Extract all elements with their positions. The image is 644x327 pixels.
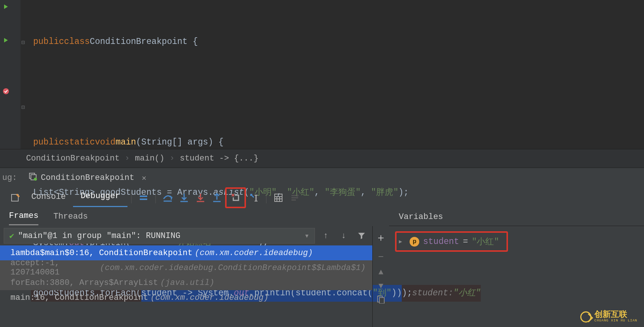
variables-side-icons: ＋ － ▲ ▼ [373,226,389,327]
check-icon: ✔ [9,231,14,241]
breadcrumb-item[interactable]: main() [135,154,164,163]
code-kw: public [33,134,64,151]
chevron-down-icon: ▾ [304,231,309,241]
toggle-view-icon[interactable] [7,190,24,206]
add-watch-icon[interactable]: ＋ [376,231,386,245]
thread-selector-row: ✔ "main"@1 in group "main": RUNNING ▾ ↑ … [0,226,372,245]
variable-value: "小红" [472,236,499,247]
code-area[interactable]: public class ConditionBreakpoint { publi… [29,0,481,149]
tab-frames[interactable]: Frames [9,209,38,225]
run-to-cursor-icon[interactable] [246,190,262,206]
breakpoint-icon[interactable] [2,88,10,95]
step-out-icon[interactable] [209,190,225,206]
stack-frame[interactable]: forEach:3880, Arrays$ArrayList(java.util… [0,275,372,290]
watermark-py: CHUANG XIN HU LIAN [594,319,637,323]
tab-console[interactable]: Console [24,189,73,207]
divider [131,192,132,203]
tab-debugger[interactable]: Debugger [73,188,127,207]
debug-config-tab[interactable]: ConditionBreakpoint ✕ [22,168,152,187]
code-kw: class [64,34,90,50]
watermark-cn: 创新互联 [594,311,637,319]
frames-panel: ✔ "main"@1 in group "main": RUNNING ▾ ↑ … [0,226,373,327]
highlight-drop-frame [225,187,246,208]
restore-layout-icon [28,172,37,184]
code-text: { [187,34,198,50]
watermark: 创新互联 CHUANG XIN HU LIAN [580,311,637,323]
thread-selector-text: "main"@1 in group "main": RUNNING [18,231,180,241]
thread-selector[interactable]: ✔ "main"@1 in group "main": RUNNING ▾ [4,228,315,244]
prev-frame-icon[interactable]: ↑ [319,229,333,243]
move-down-icon[interactable]: ▼ [378,282,383,291]
force-step-into-icon[interactable] [192,190,209,206]
svg-rect-17 [275,194,282,201]
debug-config-name: ConditionBreakpoint [41,173,135,182]
remove-watch-icon[interactable]: － [376,249,386,263]
move-up-icon[interactable]: ▲ [378,268,383,277]
debug-main: ✔ "main"@1 in group "main": RUNNING ▾ ↑ … [0,226,644,327]
show-execution-point-icon[interactable] [135,190,152,206]
close-icon[interactable]: ✕ [142,173,146,182]
code-text: (String[] args) { [136,134,224,151]
divider [266,192,266,203]
highlight-variable: ▸ p student = "小红" [395,231,508,252]
code-kw: public [33,34,64,50]
debug-label: ug: [0,173,22,182]
run-icon[interactable] [3,37,9,43]
frames-list[interactable]: lambda$main$0:16, ConditionBreakpoint(co… [0,245,372,327]
trace-current-stream-chain-icon [287,190,303,206]
code-method: main [116,134,136,151]
duplicate-watch-icon[interactable] [377,295,385,306]
code-class: ConditionBreakpoint [90,34,187,50]
breadcrumb-item[interactable]: student -> {...} [180,154,258,163]
expand-icon[interactable]: ▸ [398,236,403,247]
next-frame-icon[interactable]: ↓ [337,229,351,243]
fold-icon[interactable]: ⊟ [21,39,25,46]
editor-gutter [0,0,20,149]
watermark-logo-icon [580,311,591,323]
tab-threads[interactable]: Threads [53,210,88,225]
divider [155,192,156,203]
fold-gutter: ⊟ ⊟ [20,0,29,149]
stack-frame[interactable]: accept:-1, 1207140081(com.xm.coder.idead… [0,260,372,275]
variable-eq: = [463,237,468,247]
code-str: "李狗蛋" [325,184,361,201]
evaluate-expression-icon[interactable] [270,190,287,206]
code-editor[interactable]: ⊟ ⊟ public class ConditionBreakpoint { p… [0,0,644,149]
stack-frame[interactable]: lambda$main$0:16, ConditionBreakpoint(co… [0,245,372,260]
step-over-icon[interactable] [160,190,176,206]
step-into-icon[interactable] [176,190,192,206]
variable-row[interactable]: p student = "小红" [406,234,503,250]
svg-point-0 [3,88,9,94]
run-icon[interactable] [3,4,9,10]
code-text: ); [398,184,409,201]
chevron-right-icon: › [170,154,174,163]
drop-frame-icon[interactable] [227,190,244,206]
stack-frame[interactable]: main:16, ConditionBreakpoint(com.xm.code… [0,290,372,305]
chevron-right-icon: › [125,154,130,163]
code-kw: static [64,134,95,151]
svg-rect-26 [379,298,384,304]
code-str: "胖虎" [371,184,398,201]
svg-point-3 [34,178,37,181]
variable-name: student [423,237,459,247]
code-kw: void [95,134,116,151]
parameter-icon: p [410,237,419,247]
fold-icon[interactable]: ⊟ [21,104,25,111]
variables-title: Variables [389,208,644,226]
breadcrumb-item[interactable]: ConditionBreakpoint [26,154,120,163]
filter-icon[interactable] [354,229,369,243]
